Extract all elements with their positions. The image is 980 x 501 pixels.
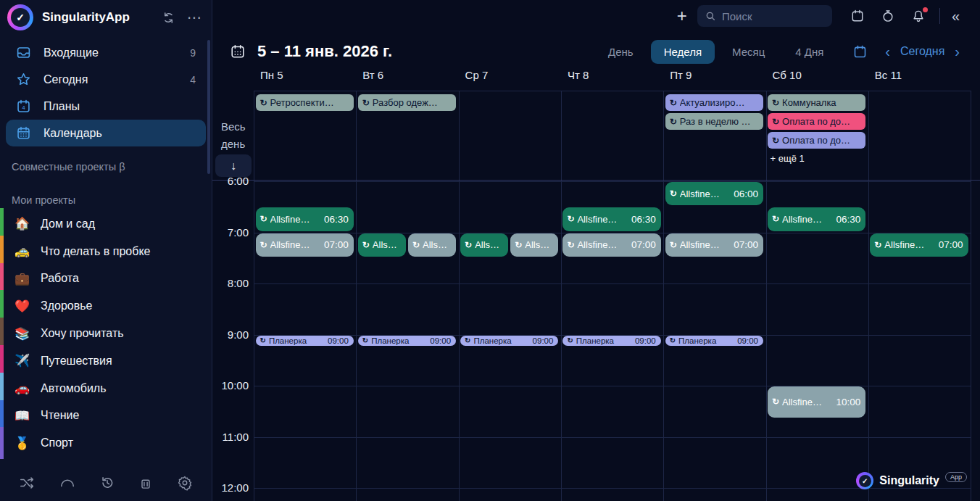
allday-event-chip[interactable]: ↻Ретроспекти… [256, 94, 354, 111]
timed-event-chip[interactable]: ↻Allsfine…06:30 [768, 207, 865, 231]
allday-event-chip[interactable]: ↻Актуализиро… [665, 94, 763, 111]
timed-event-chip[interactable]: ↻Allsfine…07:00 [562, 233, 660, 257]
topbar: + [212, 0, 980, 32]
search-input[interactable] [722, 10, 816, 22]
timed-event-chip[interactable]: ↻Allsfine…07:00 [870, 233, 968, 257]
event-title: Alls… [373, 239, 401, 250]
project-item[interactable]: 📚Хочу прочитать [0, 320, 212, 347]
timed-event-chip[interactable]: ↻Alls… [408, 233, 456, 257]
sidebar-scrollbar[interactable] [207, 40, 210, 174]
settings-icon[interactable] [177, 475, 193, 491]
timed-event-chip[interactable]: ↻Планерка09:00 [665, 336, 763, 347]
event-time: 09:00 [737, 336, 758, 345]
timed-event-chip[interactable]: ↻Alls… [510, 233, 558, 257]
timed-event-chip[interactable]: ↻Планерка09:00 [256, 336, 354, 347]
allday-collapse-arrow[interactable]: ↓ [215, 154, 252, 177]
timed-event-chip[interactable]: ↻Alls… [358, 233, 406, 257]
timed-event-chip[interactable]: ↻Allsfine…06:30 [256, 207, 354, 231]
project-emoji-icon: 💼 [14, 271, 33, 286]
repeat-icon: ↻ [260, 241, 267, 249]
shared-projects-section-label[interactable]: Совместные проекты β [0, 161, 212, 173]
event-title: Alls… [423, 239, 451, 250]
today-button[interactable]: Сегодня [894, 45, 950, 58]
watermark: ✓ Singularity App [856, 472, 967, 489]
timed-event-chip[interactable]: ↻Планерка09:00 [358, 336, 456, 347]
sidebar-item-count: 4 [190, 74, 196, 86]
watermark-logo-icon: ✓ [856, 472, 873, 489]
timed-event-chip[interactable]: ↻Allsfine…06:00 [665, 182, 763, 205]
allday-event-chip[interactable]: ↻Оплата по до… [768, 132, 865, 149]
allday-event-chip[interactable]: ↻Раз в неделю … [665, 113, 763, 130]
shuffle-icon[interactable] [19, 475, 35, 491]
rainbow-icon[interactable] [59, 475, 76, 491]
project-item[interactable]: 📖Чтение [0, 402, 212, 430]
column-divider [356, 91, 357, 501]
allday-divider [212, 180, 980, 181]
notifications-bell-icon[interactable] [911, 9, 926, 23]
view-tab-месяц[interactable]: Месяц [719, 40, 778, 64]
history-icon[interactable] [99, 475, 115, 491]
timed-event-chip[interactable]: ↻Allsfine…07:00 [665, 233, 763, 257]
sidebar-item-calendar[interactable]: Календарь [6, 120, 206, 146]
day-header: Вт 6 [362, 69, 383, 91]
timed-event-chip[interactable]: ↻Alls… [460, 233, 508, 257]
hour-gridline [254, 283, 971, 284]
event-title: Allsfine… [782, 214, 833, 225]
sync-icon[interactable] [162, 11, 175, 25]
project-item[interactable]: 🚕Что делать в пробке [0, 238, 212, 265]
sidebar-item-label: Календарь [43, 127, 196, 140]
calendar-toolbar-icon[interactable] [850, 9, 865, 23]
sidebar-item-today[interactable]: Сегодня4 [6, 66, 206, 93]
project-emoji-icon: 🥇 [14, 436, 33, 451]
sidebar-item-plans[interactable]: 4Планы [6, 93, 206, 120]
event-time: 09:00 [430, 336, 451, 345]
event-title: Раз в неделю … [680, 116, 758, 127]
add-task-button[interactable]: + [677, 7, 687, 25]
search-box[interactable] [697, 5, 832, 27]
repeat-icon: ↻ [362, 337, 368, 344]
star-icon [16, 72, 32, 87]
calendar-header: 5 – 11 янв. 2026 г. ДеньНеделяМесяц4 Дня… [212, 35, 980, 68]
event-title: Оплата по до… [782, 116, 860, 127]
more-menu-icon[interactable]: ⋯ [187, 9, 202, 26]
timed-event-chip[interactable]: ↻Allsfine…10:00 [768, 386, 865, 418]
inbox-icon [16, 45, 32, 60]
sidebar-item-inbox[interactable]: Входящие9 [6, 39, 206, 66]
topbar-divider [939, 8, 940, 24]
hour-gridline [254, 181, 971, 182]
view-tab-4-дня[interactable]: 4 Дня [782, 40, 836, 64]
sidebar-header: ✓ SingularityApp ⋯ [0, 0, 212, 35]
project-emoji-icon: 🚗 [14, 381, 33, 396]
event-title: Alls… [475, 239, 503, 250]
timed-event-chip[interactable]: ↻Allsfine…06:30 [562, 207, 660, 231]
project-item[interactable]: 💼Работа [0, 265, 212, 293]
trash-icon[interactable] [138, 476, 153, 490]
allday-event-chip[interactable]: ↻Коммуналка [768, 94, 865, 111]
project-item[interactable]: 🏠Дом и сад [0, 210, 212, 238]
repeat-icon: ↻ [260, 337, 266, 344]
time-label: 8:00 [212, 276, 249, 291]
repeat-icon: ↻ [567, 241, 574, 249]
next-week-chevron[interactable]: › [950, 44, 964, 60]
view-tab-день[interactable]: День [595, 40, 647, 64]
allday-event-chip[interactable]: ↻Разбор одеж… [358, 94, 456, 111]
project-label: Работа [41, 272, 79, 285]
time-label: 10:00 [212, 378, 249, 393]
repeat-icon: ↻ [772, 397, 779, 406]
timer-icon[interactable] [881, 9, 895, 23]
date-picker-icon[interactable] [852, 44, 868, 59]
more-events-link[interactable]: + ещё 1 [771, 153, 805, 164]
timed-event-chip[interactable]: ↻Allsfine…07:00 [256, 233, 354, 257]
project-item[interactable]: ✈️Путешествия [0, 347, 212, 375]
timed-event-chip[interactable]: ↻Планерка09:00 [562, 336, 660, 347]
project-item[interactable]: ❤️Здоровье [0, 292, 212, 320]
collapse-panel-icon[interactable]: « [952, 8, 960, 25]
project-item[interactable]: 🚗Автомобиль [0, 375, 212, 402]
prev-week-chevron[interactable]: ‹ [881, 44, 894, 60]
allday-event-chip[interactable]: ↻Оплата по до… [768, 113, 865, 130]
view-tab-неделя[interactable]: Неделя [651, 40, 715, 64]
event-time: 09:00 [533, 336, 554, 345]
timed-event-chip[interactable]: ↻Планерка09:00 [460, 336, 558, 347]
project-item[interactable]: 🥇Спорт [0, 429, 212, 457]
my-projects-section-label[interactable]: Мои проекты [0, 194, 212, 206]
